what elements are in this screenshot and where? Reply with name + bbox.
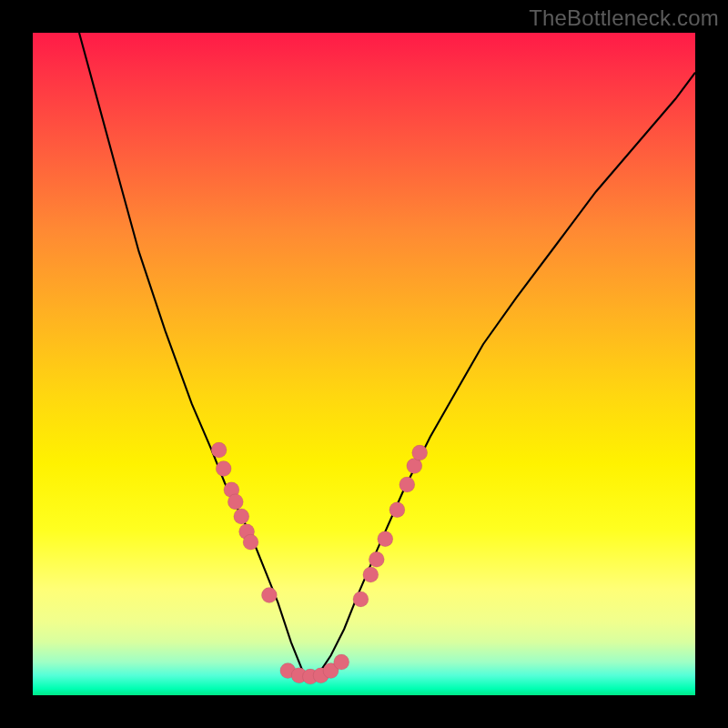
data-point [234,509,249,524]
chart-svg [33,33,695,695]
data-point [412,445,428,460]
data-points-group [211,442,428,684]
data-point [399,477,415,492]
data-point [261,588,277,603]
chart-frame: TheBottleneck.com [0,0,728,728]
data-point [369,551,384,567]
data-point [211,442,227,458]
data-point [334,654,349,670]
data-point [389,502,405,518]
data-point [363,567,379,582]
bottleneck-curve [79,33,695,675]
data-point [378,531,393,547]
data-point [243,534,258,550]
data-point [228,494,243,510]
watermark-label: TheBottleneck.com [529,5,719,31]
data-point [216,461,231,477]
data-point [353,592,369,607]
plot-area [33,33,695,695]
